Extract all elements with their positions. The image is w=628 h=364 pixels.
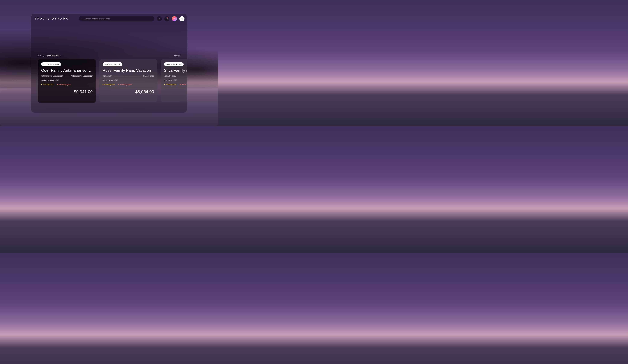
status-dot-red xyxy=(57,84,58,85)
divider xyxy=(41,88,93,88)
app-window: TRAV≡L DYNAMO AG Sort by: Upcoming trips… xyxy=(31,13,187,113)
status-pending: Pending task xyxy=(164,83,176,86)
trip-price: $9,341.00 xyxy=(41,89,93,94)
status-pending: Pending task xyxy=(103,83,115,86)
avatar[interactable]: AG xyxy=(172,16,177,21)
status-awaiting: Await xyxy=(180,83,186,86)
chevron-down-icon xyxy=(60,55,62,57)
route-row: Rome, Italy Paris, France xyxy=(103,75,154,77)
divider xyxy=(164,88,187,88)
status-dot-red xyxy=(118,84,119,85)
view-all-link[interactable]: View all xyxy=(173,55,180,57)
client-row: Berlin, Germany +2 xyxy=(41,79,93,81)
divider xyxy=(103,88,154,88)
extra-count-badge: +2 xyxy=(114,79,118,81)
route-line xyxy=(177,76,187,76)
sort-label: Sort by: xyxy=(38,55,45,57)
status-row: Pending task Awaiting agent xyxy=(103,83,154,86)
status-awaiting: Awaiting agent xyxy=(57,83,71,86)
search-bar[interactable] xyxy=(79,16,154,21)
trip-price: $8,064.00 xyxy=(103,89,154,94)
destination: Paris, France xyxy=(143,75,154,77)
route-line xyxy=(113,76,142,76)
search-icon xyxy=(81,18,83,20)
menu-icon xyxy=(181,18,183,20)
route-line xyxy=(64,76,70,76)
route-row: Antananarivo, Madagascar Antananarivo, M… xyxy=(41,75,93,77)
menu-button[interactable] xyxy=(179,16,184,21)
notification-dot xyxy=(167,17,168,18)
extra-count-badge: +3 xyxy=(173,79,177,81)
client-row: João Silva +3 xyxy=(164,79,187,81)
status-row: Pending task Awaiting agent xyxy=(41,83,93,86)
origin: Rome, Italy xyxy=(103,75,112,77)
add-button[interactable] xyxy=(157,16,162,21)
client-name: Matteo Rossi xyxy=(103,79,113,81)
date-chip: Oct 25 - Nov 4, 2024 xyxy=(164,62,184,66)
status-row: Pending task Await xyxy=(164,83,187,86)
search-input[interactable] xyxy=(85,18,152,20)
date-chip: Jul 17 - Sep 13, 2024 xyxy=(41,62,61,66)
client-row: Matteo Rossi +2 xyxy=(103,79,154,81)
trip-title: Oder Family Antananarivo Vac.. xyxy=(41,68,93,73)
svg-point-0 xyxy=(82,18,83,19)
route-row: Porto, Portugal xyxy=(164,75,187,77)
origin: Porto, Portugal xyxy=(164,75,176,77)
destination: Antananarivo, Madagascar xyxy=(71,75,93,77)
trip-title: Rossi Family Paris Vacation xyxy=(103,68,154,73)
status-dot-red xyxy=(180,84,181,85)
date-chip: Sep 6 - Sep 13, 2024 xyxy=(103,62,122,66)
status-dot-yellow xyxy=(103,84,103,85)
sort-control[interactable]: Sort by: Upcoming trips xyxy=(38,55,62,57)
origin: Antananarivo, Madagascar xyxy=(41,75,63,77)
extra-count-badge: +2 xyxy=(55,79,59,81)
status-awaiting-text: Awaiting agent xyxy=(120,83,132,86)
client-name: Berlin, Germany xyxy=(41,79,54,81)
status-pending-text: Pending task xyxy=(43,83,53,86)
status-awaiting-text: Await xyxy=(182,83,186,86)
status-awaiting: Awaiting agent xyxy=(118,83,132,86)
status-awaiting-text: Awaiting agent xyxy=(59,83,71,86)
app-header: TRAV≡L DYNAMO AG xyxy=(34,16,184,21)
logo: TRAV≡L DYNAMO xyxy=(34,17,69,20)
trip-card[interactable]: Oct 25 - Nov 4, 2024 Silva Family A Port… xyxy=(161,59,187,102)
status-dot-yellow xyxy=(41,84,42,85)
plus-icon xyxy=(158,18,160,20)
sort-value-text: Upcoming trips xyxy=(46,55,59,57)
status-dot-yellow xyxy=(164,84,165,85)
status-pending: Pending task xyxy=(41,83,53,86)
sort-value[interactable]: Upcoming trips xyxy=(46,55,62,57)
client-name: João Silva xyxy=(164,79,172,81)
trips-row: Jul 17 - Sep 13, 2024 Oder Family Antana… xyxy=(34,59,184,103)
status-pending-text: Pending task xyxy=(166,83,176,86)
trip-card[interactable]: Jul 17 - Sep 13, 2024 Oder Family Antana… xyxy=(38,59,96,103)
trip-title: Silva Family A xyxy=(164,68,187,73)
toolbar: Sort by: Upcoming trips View all xyxy=(34,55,184,57)
svg-line-1 xyxy=(83,19,83,20)
notifications-button[interactable] xyxy=(164,16,169,21)
status-pending-text: Pending task xyxy=(104,83,115,86)
trip-card[interactable]: Sep 6 - Sep 13, 2024 Rossi Family Paris … xyxy=(99,59,157,102)
